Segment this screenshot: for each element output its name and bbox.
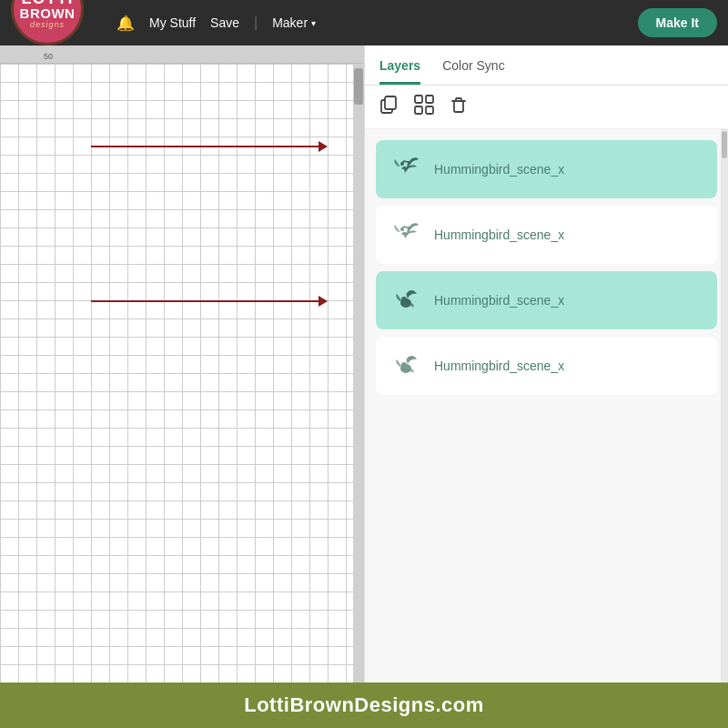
logo-designs: designs [30, 20, 65, 29]
arrow-2 [91, 296, 328, 307]
canvas-grid[interactable] [0, 64, 364, 682]
layer-name-1: Hummingbird_scene_x [434, 162, 564, 177]
layer-icon-4 [390, 349, 423, 382]
footer: LottiBrownDesigns.com [0, 682, 728, 728]
main-content: 50 Layers Color Sync [0, 46, 728, 682]
arrow-1 [91, 141, 328, 152]
layers-scrollbar[interactable] [721, 129, 728, 682]
layers-list: Hummingbird_scene_x Hummingbird_scene_x [365, 129, 728, 682]
tab-layers[interactable]: Layers [379, 46, 420, 85]
layer-name-3: Hummingbird_scene_x [434, 293, 564, 308]
maker-dropdown[interactable]: Maker ▾ [272, 15, 316, 30]
canvas-area: 50 [0, 46, 364, 682]
layer-icon-1 [390, 153, 423, 186]
svg-rect-5 [426, 106, 433, 114]
logo-area: LOTTI BROWN designs [11, 0, 84, 59]
arrow-head-1 [318, 141, 328, 152]
duplicate-icon[interactable] [379, 95, 399, 119]
svg-point-8 [400, 228, 404, 231]
bell-icon[interactable]: 🔔 [116, 15, 135, 32]
panel-tabs: Layers Color Sync [365, 46, 728, 86]
canvas-scrollbar-thumb[interactable] [354, 68, 363, 105]
layer-icon-2 [390, 218, 423, 251]
arrow-line-2 [91, 300, 318, 302]
svg-rect-2 [415, 96, 422, 103]
save-link[interactable]: Save [210, 15, 239, 30]
svg-rect-4 [415, 106, 422, 114]
delete-icon[interactable] [449, 95, 469, 119]
layer-icon-3 [390, 284, 423, 317]
layer-item-1[interactable]: Hummingbird_scene_x [376, 140, 717, 198]
layer-name-2: Hummingbird_scene_x [434, 228, 564, 242]
top-navigation: LOTTI BROWN designs 🔔 My Stuff Save | Ma… [0, 0, 728, 46]
arrow-head-2 [318, 296, 328, 307]
layer-name-4: Hummingbird_scene_x [434, 359, 564, 373]
svg-rect-6 [454, 101, 463, 112]
tab-color-sync[interactable]: Color Sync [442, 46, 504, 85]
nav-links: 🔔 My Stuff Save | Maker ▾ [116, 15, 316, 32]
group-icon[interactable] [414, 95, 434, 119]
panel-toolbar [365, 86, 728, 129]
make-it-button[interactable]: Make It [638, 8, 717, 37]
logo: LOTTI BROWN designs [11, 0, 84, 46]
my-stuff-link[interactable]: My Stuff [149, 15, 196, 30]
svg-point-10 [401, 297, 407, 302]
layers-panel: Layers Color Sync [364, 46, 728, 682]
chevron-down-icon: ▾ [311, 18, 316, 28]
logo-brown: BROWN [20, 6, 76, 20]
canvas-scrollbar[interactable] [353, 64, 364, 682]
svg-rect-1 [385, 96, 396, 109]
layer-item-4[interactable]: Hummingbird_scene_x [376, 337, 717, 395]
svg-point-12 [401, 362, 407, 368]
nav-separator: | [254, 15, 258, 31]
arrow-line-1 [91, 146, 318, 147]
maker-label: Maker [272, 15, 308, 30]
footer-text: LottiBrownDesigns.com [244, 693, 484, 717]
svg-rect-3 [426, 96, 433, 103]
layer-item-2[interactable]: Hummingbird_scene_x [376, 206, 717, 264]
layer-item-3[interactable]: Hummingbird_scene_x [376, 271, 717, 329]
layers-scrollbar-thumb[interactable] [722, 131, 727, 158]
svg-point-7 [400, 162, 404, 166]
